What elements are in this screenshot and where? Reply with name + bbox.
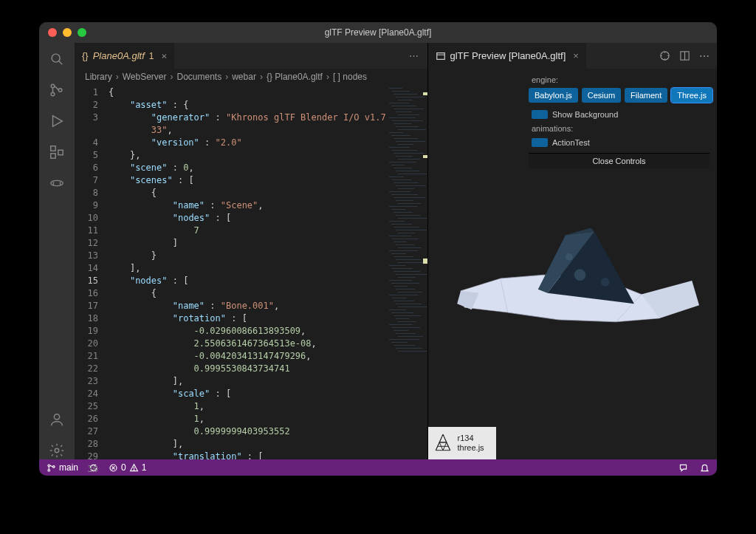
split-editor-icon[interactable] [679, 50, 690, 61]
line-gutter: 1234567891011121314151617181920212223242… [75, 85, 109, 459]
tab-modified-indicator: 1 [149, 51, 154, 61]
code-content[interactable]: { "asset" : { "generator" : "Khronos glT… [109, 85, 386, 459]
preview-pane: glTF Preview [Plane0A.gltf] × ⋯ [428, 43, 718, 459]
threejs-logo-icon [433, 433, 453, 453]
svg-point-38 [134, 469, 134, 470]
svg-rect-7 [51, 154, 55, 158]
json-icon: {} [82, 50, 89, 61]
svg-point-31 [48, 469, 50, 471]
warning-count: 1 [142, 462, 147, 473]
accounts-icon[interactable] [48, 411, 66, 428]
svg-rect-8 [58, 150, 63, 154]
settings-gear-icon[interactable] [48, 442, 66, 459]
svg-point-30 [48, 464, 50, 466]
threejs-name: three.js [458, 443, 484, 453]
status-bar: main 0 1 [39, 459, 717, 476]
controls-panel: engine: Babylon.jsCesiumFilamentThree.js… [529, 73, 709, 168]
threejs-version: r134 [458, 434, 484, 443]
threejs-badge: r134 three.js [428, 427, 496, 459]
preview-more-actions[interactable]: ⋯ [699, 50, 709, 62]
titlebar[interactable]: glTF Preview [Plane0A.gltf] [39, 22, 717, 43]
window-controls [39, 28, 86, 37]
breadcrumb-item[interactable]: [ ] nodes [333, 72, 367, 82]
animation-checkbox[interactable] [532, 138, 548, 147]
vscode-window: glTF Preview [Plane0A.gltf] {} Plane0A.g… [39, 22, 717, 476]
svg-point-2 [51, 84, 55, 88]
animation-name: ActionTest [552, 138, 590, 147]
engine-cesium[interactable]: Cesium [582, 88, 621, 103]
editor-tabs: {} Plane0A.gltf 1 × ⋯ [75, 43, 427, 69]
editor-pane: {} Plane0A.gltf 1 × ⋯ Library›WebServer›… [75, 43, 428, 459]
svg-rect-12 [436, 52, 444, 59]
svg-point-3 [51, 92, 55, 96]
animation-row[interactable]: ActionTest [529, 135, 709, 150]
search-icon[interactable] [48, 50, 66, 68]
window-title: glTF Preview [Plane0A.gltf] [39, 27, 717, 38]
svg-marker-5 [53, 116, 63, 127]
preview-icon [436, 51, 446, 61]
zoom-window-button[interactable] [78, 28, 86, 37]
run-debug-icon[interactable] [48, 112, 66, 130]
svg-line-1 [59, 61, 63, 65]
activity-bar [39, 43, 75, 459]
preview-tab-close-icon[interactable]: × [570, 50, 579, 61]
breadcrumb-item[interactable]: WebServer [123, 72, 167, 82]
breadcrumb-item[interactable]: Documents [177, 72, 222, 82]
gltf-icon[interactable] [48, 174, 66, 192]
code-editor[interactable]: 1234567891011121314151617181920212223242… [75, 85, 427, 459]
animations-label: animations: [529, 122, 709, 135]
engine-threejs[interactable]: Three.js [671, 88, 712, 103]
breadcrumb-item[interactable]: webar [232, 72, 256, 82]
svg-point-32 [52, 465, 55, 468]
engine-label: engine: [529, 73, 709, 86]
svg-point-4 [58, 89, 62, 92]
preview-tab-actions: ⋯ [659, 50, 709, 62]
close-controls-button[interactable]: Close Controls [529, 153, 709, 168]
show-background-checkbox[interactable] [532, 110, 548, 119]
branch-icon [47, 463, 56, 473]
svg-point-24 [600, 278, 609, 287]
show-background-label: Show Background [552, 110, 618, 119]
minimap[interactable] [386, 85, 427, 459]
workbench: {} Plane0A.gltf 1 × ⋯ Library›WebServer›… [39, 43, 717, 459]
show-background-row[interactable]: Show Background [529, 107, 709, 122]
git-branch[interactable]: main [47, 462, 78, 473]
svg-point-11 [55, 448, 59, 453]
breadcrumbs[interactable]: Library›WebServer›Documents›webar›{} Pla… [75, 69, 427, 85]
preview-viewport[interactable]: engine: Babylon.jsCesiumFilamentThree.js… [428, 69, 718, 459]
engine-filament[interactable]: Filament [625, 88, 667, 103]
svg-rect-6 [51, 146, 55, 151]
svg-point-10 [54, 414, 59, 420]
svg-point-0 [52, 54, 60, 62]
problems[interactable]: 0 1 [109, 462, 146, 473]
svg-point-9 [51, 180, 63, 185]
minimize-window-button[interactable] [63, 28, 72, 37]
breadcrumb-item[interactable]: Library [85, 72, 112, 82]
svg-point-23 [574, 269, 585, 281]
breadcrumb-item[interactable]: {} Plane0A.gltf [267, 72, 323, 82]
feedback-icon[interactable] [678, 463, 688, 473]
editor-more-actions[interactable]: ⋯ [409, 50, 420, 61]
extensions-icon[interactable] [48, 143, 66, 161]
tab-filename: Plane0A.gltf [93, 50, 145, 61]
editor-area: {} Plane0A.gltf 1 × ⋯ Library›WebServer›… [75, 43, 717, 459]
error-count: 0 [121, 462, 126, 473]
tab-close-icon[interactable]: × [158, 50, 167, 61]
preview-tab-title: glTF Preview [Plane0A.gltf] [450, 50, 566, 61]
engine-babylonjs[interactable]: Babylon.js [529, 88, 578, 103]
source-control-icon[interactable] [48, 81, 66, 99]
error-icon [109, 463, 118, 473]
warning-icon [129, 463, 139, 473]
notifications-icon[interactable] [700, 463, 709, 473]
close-window-button[interactable] [48, 28, 57, 37]
preview-tabs: glTF Preview [Plane0A.gltf] × ⋯ [428, 43, 718, 69]
engine-buttons: Babylon.jsCesiumFilamentThree.js [529, 86, 709, 107]
compass-icon[interactable] [659, 50, 670, 61]
tab-plane0a[interactable]: {} Plane0A.gltf 1 × [75, 43, 174, 69]
svg-point-25 [565, 253, 572, 261]
tab-gltf-preview[interactable]: glTF Preview [Plane0A.gltf] × [428, 43, 586, 69]
